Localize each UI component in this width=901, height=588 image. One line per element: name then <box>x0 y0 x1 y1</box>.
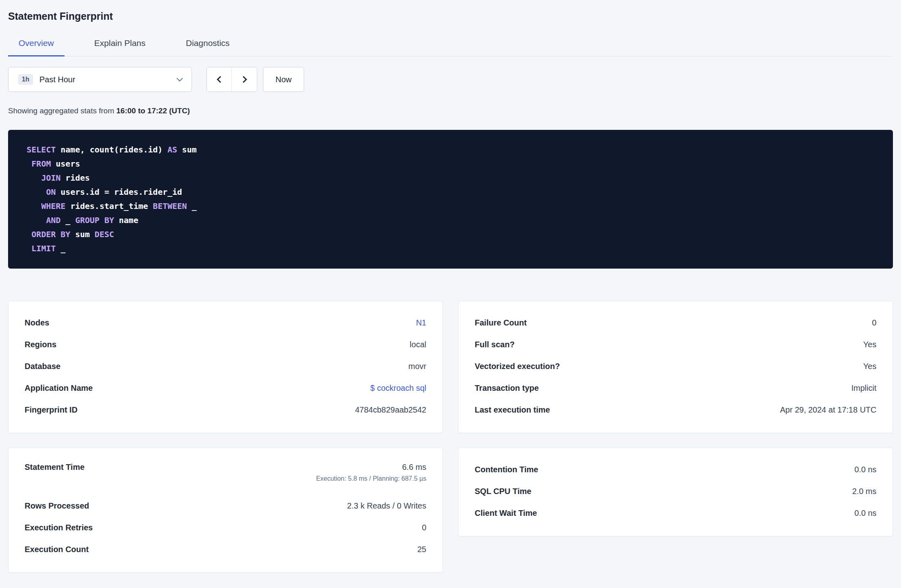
row-label: Last execution time <box>475 405 550 415</box>
page-title: Statement Fingerprint <box>8 0 893 22</box>
sql-line: FROM users <box>27 157 877 171</box>
row-label: Statement Time <box>25 463 85 472</box>
row-label: Vectorized execution? <box>475 362 560 371</box>
row-label: Database <box>25 362 60 371</box>
interval-label: Past Hour <box>40 75 177 84</box>
card-row: Databasemovr <box>25 355 426 377</box>
interval-badge: 1h <box>18 74 33 85</box>
sql-line: ORDER BY sum DESC <box>27 227 877 242</box>
row-value: 6.6 ms <box>316 463 426 472</box>
sql-line: SELECT name, count(rides.id) AS sum <box>27 143 877 157</box>
row-subtext: Execution: 5.8 ms / Planning: 687.5 µs <box>316 475 426 482</box>
status-range: 16:00 to 17:22 (UTC) <box>116 106 190 115</box>
tab-diagnostics[interactable]: Diagnostics <box>175 33 240 56</box>
card-row: Contention Time0.0 ns <box>475 459 876 480</box>
tab-overview[interactable]: Overview <box>8 33 65 56</box>
row-value: 2.3 k Reads / 0 Writes <box>347 501 426 511</box>
row-label: Transaction type <box>475 384 539 393</box>
tab-explain-plans[interactable]: Explain Plans <box>84 33 156 56</box>
next-interval-button[interactable] <box>232 67 257 92</box>
row-value: Implicit <box>851 384 876 393</box>
card-row: Statement Time6.6 msExecution: 5.8 ms / … <box>25 459 426 495</box>
row-value: movr <box>409 362 426 371</box>
interval-nav-group <box>206 67 257 92</box>
row-value: 0 <box>872 318 876 327</box>
sql-line: LIMIT _ <box>27 242 877 256</box>
card-row: Rows Processed2.3 k Reads / 0 Writes <box>25 495 426 517</box>
row-value: 2.0 ms <box>852 487 876 496</box>
row-label: Client Wait Time <box>475 509 537 518</box>
chevron-right-icon <box>240 76 247 83</box>
time-interval-dropdown[interactable]: 1h Past Hour <box>8 67 192 92</box>
row-label: Execution Count <box>25 545 89 554</box>
card-row: Regionslocal <box>25 334 426 355</box>
row-label: Contention Time <box>475 465 538 474</box>
card-row: Failure Count0 <box>475 312 876 334</box>
row-value: Apr 29, 2024 at 17:18 UTC <box>780 405 876 415</box>
card-row: SQL CPU Time2.0 ms <box>475 480 876 502</box>
stats-card-left: Statement Time6.6 msExecution: 5.8 ms / … <box>8 448 443 573</box>
now-button[interactable]: Now <box>263 67 304 92</box>
row-label: SQL CPU Time <box>475 487 531 496</box>
sql-line: WHERE rides.start_time BETWEEN _ <box>27 199 877 213</box>
card-row: Last execution timeApr 29, 2024 at 17:18… <box>475 399 876 421</box>
card-row: Client Wait Time0.0 ns <box>475 502 876 524</box>
summary-cards: NodesN1RegionslocalDatabasemovrApplicati… <box>8 301 893 573</box>
row-label: Fingerprint ID <box>25 405 77 415</box>
row-label: Regions <box>25 340 56 349</box>
stats-card-right: Contention Time0.0 nsSQL CPU Time2.0 msC… <box>458 448 893 536</box>
row-value: 4784cb829aab2542 <box>355 405 426 415</box>
card-row: Vectorized execution?Yes <box>475 355 876 377</box>
row-label: Nodes <box>25 318 49 327</box>
summary-card-right: Failure Count0Full scan?YesVectorized ex… <box>458 301 893 433</box>
row-label: Execution Retries <box>25 523 93 532</box>
row-label: Rows Processed <box>25 501 89 511</box>
row-value: 25 <box>417 545 426 554</box>
card-row: Execution Count25 <box>25 538 426 560</box>
card-row: Full scan?Yes <box>475 334 876 355</box>
row-value: Yes <box>863 362 876 371</box>
card-row: NodesN1 <box>25 312 426 334</box>
chevron-left-icon <box>217 76 223 83</box>
row-value: 0 <box>422 523 426 532</box>
sql-line: AND _ GROUP BY name <box>27 213 877 227</box>
sql-statement-box: SELECT name, count(rides.id) AS sum FROM… <box>8 130 893 269</box>
sql-code: SELECT name, count(rides.id) AS sum FROM… <box>27 143 877 256</box>
row-value: local <box>410 340 426 349</box>
prev-interval-button[interactable] <box>207 67 232 92</box>
card-row: Execution Retries0 <box>25 517 426 538</box>
row-label: Application Name <box>25 384 93 393</box>
tab-bar: Overview Explain Plans Diagnostics <box>8 33 893 56</box>
card-row: Fingerprint ID4784cb829aab2542 <box>25 399 426 421</box>
time-controls: 1h Past Hour Now <box>8 67 893 92</box>
sql-line: ON users.id = rides.rider_id <box>27 185 877 199</box>
row-value-link[interactable]: N1 <box>416 318 426 327</box>
row-value: 0.0 ns <box>855 509 876 518</box>
card-row: Application Name$ cockroach sql <box>25 377 426 399</box>
aggregated-stats-text: Showing aggregated stats from 16:00 to 1… <box>8 106 893 115</box>
card-row: Transaction typeImplicit <box>475 377 876 399</box>
row-value-link[interactable]: $ cockroach sql <box>370 384 426 393</box>
summary-card-left: NodesN1RegionslocalDatabasemovrApplicati… <box>8 301 443 433</box>
chevron-down-icon <box>177 75 183 82</box>
row-label: Full scan? <box>475 340 515 349</box>
sql-line: JOIN rides <box>27 171 877 185</box>
row-value: Yes <box>863 340 876 349</box>
status-prefix: Showing aggregated stats from <box>8 106 114 115</box>
row-label: Failure Count <box>475 318 527 327</box>
row-value: 0.0 ns <box>855 465 876 474</box>
